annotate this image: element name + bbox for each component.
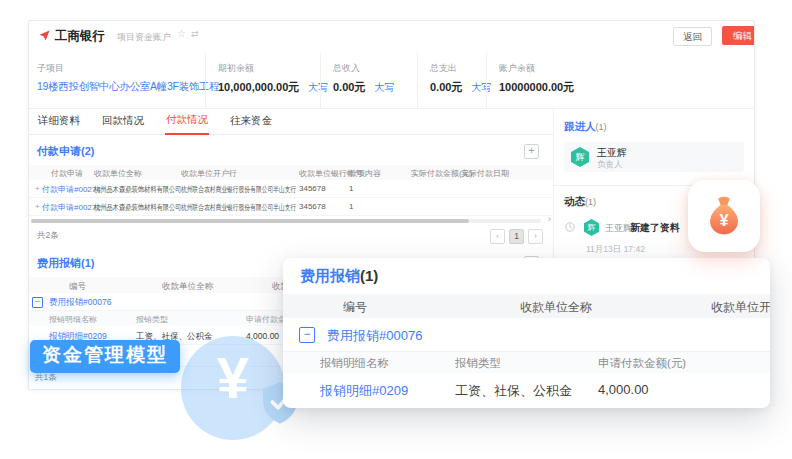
tab-detail[interactable]: 详细资料 <box>37 114 81 134</box>
col-header: 报销类型 <box>455 356 501 371</box>
total-expense-value: 0.00元 <box>430 81 462 93</box>
tab-receipts[interactable]: 回款情况 <box>101 114 145 134</box>
col-header: 款项内容 <box>349 168 381 179</box>
activity-count: (1) <box>585 197 596 207</box>
follower-name: 王亚辉 <box>597 146 627 160</box>
tab-bar: 详细资料 回款情况 付款情况 往来资金 <box>29 109 553 135</box>
col-header: 收款单位全称 <box>162 281 213 293</box>
caps-link[interactable]: 大写 <box>374 82 394 93</box>
payment-section-title: 付款申请 <box>37 145 81 157</box>
col-header: 收款单位全称 <box>520 299 592 316</box>
collapse-icon[interactable]: − <box>299 327 315 343</box>
account-title: 工商银行 <box>55 28 105 45</box>
subproject-link[interactable]: 19楼西投创智中心办公室A幢3F装饰工程 <box>37 80 205 94</box>
overlay-title: 费用报销 <box>300 267 360 284</box>
payment-content: 1 <box>349 202 353 211</box>
expense-section-title: 费用报销 <box>37 257 81 269</box>
clock-icon <box>565 222 575 232</box>
col-header: 编号 <box>69 281 86 293</box>
bank-account: 345678 <box>299 184 326 193</box>
activity-user: 王亚辉 <box>605 222 632 235</box>
money-bag-icon: ¥ <box>688 180 760 252</box>
avatar: 辉 <box>584 219 599 236</box>
payee-bank: 杭州联合农村商业银行股份有限公司半山支行 <box>181 202 296 213</box>
scrollbar-thumb[interactable] <box>31 219 469 223</box>
payment-table-row: + 付款申请#00274 杭州品木森鼎装饰材料有限公司 杭州联合农村商业银行股份… <box>29 180 553 198</box>
payment-section-count: (2) <box>81 145 94 157</box>
pagination: ‹ 1 › <box>490 229 543 244</box>
payee-bank: 杭州联合农村商业银行股份有限公司半山支行 <box>181 184 296 195</box>
account-subtitle: 项目资金账户 <box>117 31 171 44</box>
col-header: 收款单位全称 <box>94 168 142 179</box>
back-button[interactable]: 返回 <box>673 27 712 46</box>
next-page-button[interactable]: › <box>528 229 543 244</box>
yen-watermark: ¥ <box>181 336 285 440</box>
prev-page-button[interactable]: ‹ <box>490 229 505 244</box>
field-label: 账户余额 <box>499 62 754 75</box>
overlay-table-header: 编号 收款单位全称 收款单位开户行 <box>283 294 770 318</box>
col-header: 付款申请 <box>51 168 83 179</box>
activity-action: 新建了资料 <box>630 221 680 235</box>
horizontal-scrollbar[interactable]: › <box>29 217 553 225</box>
payment-table-footer: 共2条 ‹ 1 › <box>29 225 553 247</box>
expense-type: 工资、社保、公积金 <box>455 382 572 400</box>
payment-request-link[interactable]: 付款申请#00274 <box>42 184 101 195</box>
overlay-expense-row: − 费用报销#00076 <box>283 318 770 352</box>
overlay-count: (1) <box>360 267 378 284</box>
tab-payments[interactable]: 付款情况 <box>165 113 209 135</box>
follower-role: 负责人 <box>597 159 623 171</box>
followers-title: 跟进人 <box>564 120 596 132</box>
bank-account: 345678 <box>299 202 326 211</box>
expense-claim-link[interactable]: 费用报销#00076 <box>327 327 422 345</box>
summary-subproject: 子项目 19楼西投创智中心办公室A幢3F装饰工程 <box>29 53 205 108</box>
overlay-detail-header: 报销明细名称 报销类型 申请付款金额(元) <box>283 352 770 373</box>
col-header: 编号 <box>343 299 367 316</box>
payee-name: 杭州品木森鼎装饰材料有限公司 <box>94 202 181 213</box>
expense-zoom-panel: 费用报销(1) 编号 收款单位全称 收款单位开户行 − 费用报销#00076 报… <box>283 258 770 408</box>
payment-total-count: 共2条 <box>37 230 59 242</box>
app-logo-icon <box>39 30 50 41</box>
payment-content: 1 <box>349 184 353 193</box>
tab-transactions[interactable]: 往来资金 <box>229 114 273 134</box>
scroll-right-icon[interactable]: › <box>548 214 551 224</box>
field-label: 总支出 <box>430 62 486 75</box>
card-header: 工商银行 项目资金账户 ☆ ⇄ 返回 编辑 <box>29 21 754 53</box>
account-balance-value: 10000000.00元 <box>499 80 754 95</box>
opening-balance-value: 10,000,000.00元 <box>218 81 299 93</box>
col-header: 收款单位开户行 <box>181 168 237 179</box>
summary-account-balance: 账户余额 10000000.00元 <box>486 53 754 108</box>
switch-icon[interactable]: ⇄ <box>191 29 199 39</box>
collapse-icon[interactable]: − <box>32 297 43 308</box>
summary-row: 子项目 19楼西投创智中心办公室A幢3F装饰工程 期初余额 10,000,000… <box>29 53 754 109</box>
overlay-detail-row: 报销明细#0209 工资、社保、公积金 4,000.00 <box>283 373 770 406</box>
favorite-star-icon[interactable]: ☆ <box>177 28 186 39</box>
col-header: 报销明细名称 <box>49 314 97 325</box>
payment-table-header: 付款申请 收款单位全称 收款单位开户行 收款单位银行帐号 款项内容 实际付款金额… <box>29 165 553 180</box>
avatar: 辉 <box>571 147 589 167</box>
total-income-value: 0.00元 <box>333 81 365 93</box>
field-label: 期初余额 <box>218 62 320 75</box>
col-header: 申请付款金额(元) <box>598 356 686 371</box>
model-badge: 资金管理模型 <box>30 340 180 373</box>
col-header: 收款单位开户行 <box>711 299 770 316</box>
expense-claim-link[interactable]: 费用报销#00076 <box>49 297 111 309</box>
activity-time: 11月13日 17:42 <box>586 244 645 256</box>
activity-title: 动态 <box>564 195 585 207</box>
payment-request-link[interactable]: 付款申请#00272 <box>42 202 101 213</box>
payment-section-header: 付款申请(2) + <box>29 135 553 165</box>
follower-item[interactable]: 辉 王亚辉 负责人 <box>564 142 744 172</box>
current-page[interactable]: 1 <box>509 229 524 244</box>
col-header: 报销类型 <box>136 314 168 325</box>
summary-total-expense: 总支出 0.00元大写 <box>417 53 486 108</box>
svg-text:¥: ¥ <box>719 211 728 229</box>
add-payment-button[interactable]: + <box>524 144 539 159</box>
expand-icon[interactable]: + <box>35 184 40 193</box>
expand-icon[interactable]: + <box>35 202 40 211</box>
edit-button[interactable]: 编辑 <box>722 26 755 45</box>
summary-total-income: 总收入 0.00元大写 <box>320 53 417 108</box>
field-label: 子项目 <box>37 62 205 75</box>
payment-table-row: + 付款申请#00272 杭州品木森鼎装饰材料有限公司 杭州联合农村商业银行股份… <box>29 198 553 216</box>
payee-name: 杭州品木森鼎装饰材料有限公司 <box>94 184 181 195</box>
col-header: 实际付款日期 <box>461 168 509 179</box>
expense-detail-link[interactable]: 报销明细#0209 <box>320 382 408 400</box>
